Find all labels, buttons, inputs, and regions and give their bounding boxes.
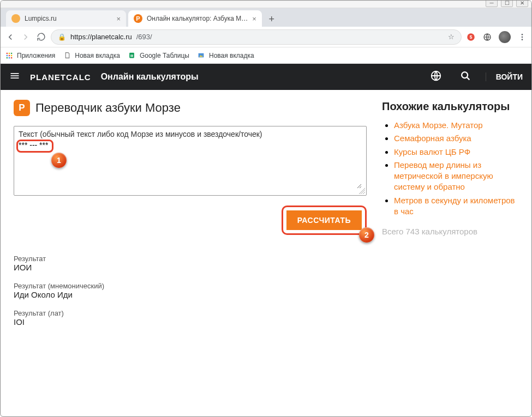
tab-planetcalc[interactable]: P Онлайн калькулятор: Азбука М… × xyxy=(128,10,262,27)
doc-icon xyxy=(63,51,71,60)
url-path: /693/ xyxy=(136,33,152,41)
lock-icon: 🔒 xyxy=(58,33,66,41)
hamburger-menu-icon[interactable] xyxy=(9,70,20,83)
bookmark-newtab-2[interactable]: Новая вкладка xyxy=(197,51,254,60)
svg-point-5 xyxy=(522,39,523,40)
svg-rect-6 xyxy=(7,52,8,53)
tab-lumpics[interactable]: Lumpics.ru × xyxy=(6,10,126,27)
tab-title: Онлайн калькулятор: Азбука М… xyxy=(147,15,248,22)
svg-point-25 xyxy=(462,72,468,78)
sidebar-total: Всего 743 калькуляторов xyxy=(382,226,518,237)
tab-close-icon[interactable]: × xyxy=(252,15,256,23)
extension-globe-icon[interactable] xyxy=(482,32,492,42)
annotation-badge-2: 2 xyxy=(359,227,374,243)
bookmark-google-sheets[interactable]: Google Таблицы xyxy=(128,51,189,60)
annotation-badge-1: 1 xyxy=(51,153,67,168)
page-logo-icon: P xyxy=(14,100,30,116)
new-tab-button[interactable]: + xyxy=(264,11,279,27)
result-block: Результат (лат) IOI xyxy=(14,309,367,327)
svg-rect-8 xyxy=(11,52,12,53)
svg-text:5: 5 xyxy=(470,35,473,40)
window-minimize-button[interactable]: ─ xyxy=(486,0,498,7)
forward-button[interactable] xyxy=(20,32,31,43)
site-header: PLANETCALC Онлайн калькуляторы ВОЙТИ xyxy=(1,64,531,90)
svg-rect-14 xyxy=(11,57,12,58)
language-icon[interactable] xyxy=(430,70,442,84)
related-link[interactable]: Перевод мер длины из метрической в импер… xyxy=(394,160,493,192)
result-label: Результат xyxy=(14,255,367,263)
result-value: Иди Около Иди xyxy=(14,290,367,299)
page-body: P Переводчик азбуки Морзе Текст (обычный… xyxy=(1,90,531,336)
sheets-icon xyxy=(128,51,136,60)
svg-rect-21 xyxy=(11,73,19,74)
site-brand[interactable]: PLANETCALC xyxy=(30,72,91,82)
result-label: Результат (лат) xyxy=(14,309,367,317)
svg-point-4 xyxy=(522,36,523,38)
tab-title: Lumpics.ru xyxy=(25,15,112,22)
login-button[interactable]: ВОЙТИ xyxy=(486,72,523,81)
page-title: Переводчик азбуки Морзе xyxy=(35,101,181,115)
main-column: P Переводчик азбуки Морзе Текст (обычный… xyxy=(14,100,367,336)
reload-button[interactable] xyxy=(35,32,46,43)
sidebar: Похожие калькуляторы Азбука Морзе. Мутат… xyxy=(382,100,518,336)
result-value: ИОИ xyxy=(14,263,367,272)
result-label: Результат (мнемонический) xyxy=(14,282,367,290)
bookmark-apps[interactable]: Приложения xyxy=(5,51,55,60)
svg-rect-13 xyxy=(9,57,10,58)
result-block: Результат (мнемонический) Иди Около Иди xyxy=(14,282,367,299)
window-close-button[interactable]: ✕ xyxy=(516,0,528,7)
sidebar-heading: Похожие калькуляторы xyxy=(382,100,518,113)
profile-avatar[interactable] xyxy=(499,31,511,43)
annotation-highlight-2: РАССЧИТАТЬ xyxy=(282,206,367,235)
bookmark-star-icon[interactable]: ☆ xyxy=(448,33,455,41)
site-subtitle: Онлайн калькуляторы xyxy=(101,72,199,82)
window-maximize-button[interactable]: ☐ xyxy=(501,0,513,7)
omnibox[interactable]: 🔒 https://planetcalc.ru/693/ ☆ xyxy=(51,29,462,45)
resize-grip-icon[interactable] xyxy=(358,188,365,194)
result-block: Результат ИОИ xyxy=(14,255,367,272)
bookmark-label: Новая вкладка xyxy=(209,52,254,59)
related-link[interactable]: Курсы валют ЦБ РФ xyxy=(394,147,470,156)
input-label: Текст (обычный текст либо код Морзе из м… xyxy=(19,130,362,138)
window-titlebar: ─ ☐ ✕ xyxy=(1,1,531,8)
related-link[interactable]: Метров в секунду и километров в час xyxy=(394,196,515,216)
calculate-row: РАССЧИТАТЬ 2 xyxy=(14,206,367,235)
svg-rect-7 xyxy=(9,52,10,53)
favicon xyxy=(11,14,20,23)
apps-icon xyxy=(5,51,14,60)
back-button[interactable] xyxy=(5,32,16,43)
related-link[interactable]: Азбука Морзе. Мутатор xyxy=(394,120,483,130)
svg-point-3 xyxy=(522,34,523,35)
url-host: https://planetcalc.ru xyxy=(70,33,132,41)
favicon: P xyxy=(134,14,142,23)
bookmarks-bar: Приложения Новая вкладка Google Таблицы … xyxy=(1,47,531,64)
bookmark-label: Новая вкладка xyxy=(75,52,120,59)
address-bar: 🔒 https://planetcalc.ru/693/ ☆ 5 xyxy=(1,27,531,47)
result-value: IOI xyxy=(14,317,367,327)
svg-rect-22 xyxy=(11,75,19,76)
related-link[interactable]: Семафорная азбука xyxy=(394,134,471,143)
bookmark-label: Приложения xyxy=(17,52,55,59)
browser-menu-icon[interactable] xyxy=(517,32,527,42)
image-icon xyxy=(197,51,206,60)
related-links-list: Азбука Морзе. Мутатор Семафорная азбука … xyxy=(382,120,518,217)
svg-line-26 xyxy=(467,77,469,80)
svg-rect-23 xyxy=(11,77,19,78)
svg-rect-11 xyxy=(11,55,12,56)
tab-close-icon[interactable]: × xyxy=(116,15,121,23)
tab-strip: Lumpics.ru × P Онлайн калькулятор: Азбук… xyxy=(1,8,531,27)
morse-text-input[interactable]: *** --- *** xyxy=(19,140,362,189)
svg-rect-9 xyxy=(7,55,8,56)
calculate-button[interactable]: РАССЧИТАТЬ xyxy=(286,210,362,230)
extension-icon[interactable]: 5 xyxy=(466,32,476,42)
svg-rect-12 xyxy=(7,57,8,58)
bookmark-newtab-1[interactable]: Новая вкладка xyxy=(63,51,120,60)
input-container: Текст (обычный текст либо код Морзе из м… xyxy=(14,126,367,196)
search-icon[interactable] xyxy=(459,70,471,84)
svg-rect-10 xyxy=(9,55,10,56)
bookmark-label: Google Таблицы xyxy=(140,52,189,59)
